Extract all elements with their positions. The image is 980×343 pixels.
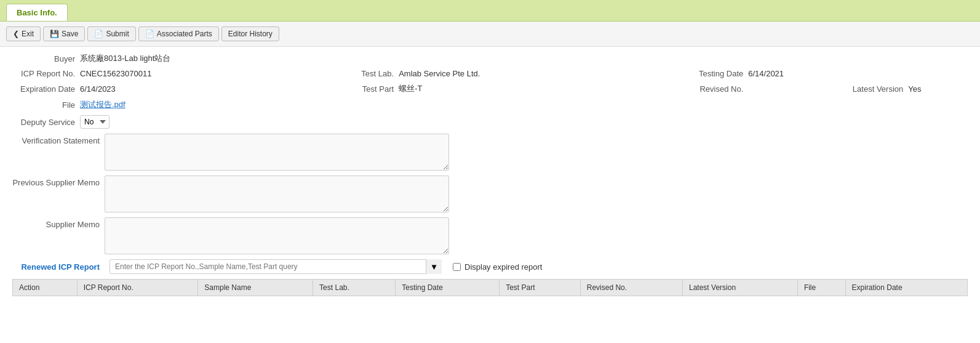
test-lab-label: Test Lab.	[349, 69, 399, 78]
file-link[interactable]: 测试报告.pdf	[80, 99, 125, 110]
tab-basic-info[interactable]: Basic Info.	[6, 4, 68, 21]
verification-statement-field: Verification Statement	[12, 134, 968, 171]
bottom-table: Action ICP Report No. Sample Name Test L…	[12, 279, 968, 296]
revised-no-field: Revised No. Latest Version Yes	[687, 83, 968, 94]
col-expiration-date: Expiration Date	[845, 280, 967, 296]
col-test-part: Test Part	[500, 280, 581, 296]
col-icp-report-no: ICP Report No.	[77, 280, 198, 296]
expiration-date-label: Expiration Date	[12, 84, 80, 94]
verification-statement-label: Verification Statement	[12, 134, 105, 145]
col-revised-no: Revised No.	[580, 280, 682, 296]
associated-parts-icon: 📄	[145, 30, 154, 38]
save-button[interactable]: 💾 Save	[43, 26, 85, 41]
icp-row: ICP Report No. CNEC15623070011 Test Lab.…	[12, 69, 968, 78]
deputy-service-field: Deputy Service No Yes	[12, 115, 968, 129]
col-sample-name: Sample Name	[198, 280, 313, 296]
testing-date-value: 6/14/2021	[748, 69, 784, 78]
buyer-value: 系统廠8013-Lab light站台	[80, 53, 170, 64]
display-expired-wrap: Display expired report	[453, 262, 542, 272]
expiration-date-field: Expiration Date 6/14/2023	[12, 83, 349, 94]
revised-no-label: Revised No.	[687, 84, 748, 94]
test-part-value: 螺丝-T	[399, 83, 422, 94]
col-action: Action	[13, 280, 78, 296]
verification-statement-textarea[interactable]	[105, 134, 449, 171]
deputy-service-row: Deputy Service No Yes	[12, 115, 968, 129]
supplier-memo-textarea[interactable]	[105, 217, 449, 254]
expiration-row: Expiration Date 6/14/2023 Test Part 螺丝-T…	[12, 83, 968, 94]
search-dropdown-button[interactable]: ▼	[426, 259, 442, 274]
col-file: File	[797, 280, 845, 296]
submit-button[interactable]: 📄 Submit	[87, 26, 135, 41]
expiration-date-value: 6/14/2023	[80, 84, 116, 94]
verification-statement-row: Verification Statement	[12, 134, 968, 171]
main-content: Buyer 系统廠8013-Lab light站台 ICP Report No.…	[0, 47, 980, 302]
exit-button[interactable]: ❮ Exit	[6, 26, 41, 41]
renewed-icp-report-label[interactable]: Renewed ICP Report	[12, 262, 105, 272]
buyer-row: Buyer 系统廠8013-Lab light站台	[12, 53, 968, 64]
file-label: File	[12, 100, 80, 110]
table-header-row: Action ICP Report No. Sample Name Test L…	[13, 280, 968, 296]
display-expired-checkbox[interactable]	[453, 263, 461, 271]
search-input-wrap: ▼	[110, 259, 442, 274]
buyer-label: Buyer	[12, 54, 80, 63]
col-test-lab: Test Lab.	[313, 280, 396, 296]
col-testing-date: Testing Date	[396, 280, 500, 296]
prev-supplier-memo-row: Previous Supplier Memo	[12, 176, 968, 212]
renewed-icp-report-row: Renewed ICP Report ▼ Display expired rep…	[12, 259, 968, 274]
icp-report-value: CNEC15623070011	[80, 69, 151, 78]
file-row: File 测试报告.pdf	[12, 99, 968, 110]
dropdown-arrow-icon: ▼	[430, 262, 438, 272]
save-icon: 💾	[50, 30, 59, 38]
exit-icon: ❮	[13, 30, 19, 38]
supplier-memo-label: Supplier Memo	[12, 217, 105, 229]
supplier-memo-field: Supplier Memo	[12, 217, 968, 254]
testing-date-field: Testing Date 6/14/2021	[687, 69, 968, 78]
prev-supplier-memo-field: Previous Supplier Memo	[12, 176, 968, 212]
icp-report-field: ICP Report No. CNEC15623070011	[12, 69, 349, 78]
associated-parts-button[interactable]: 📄 Associated Parts	[138, 26, 219, 41]
prev-supplier-memo-label: Previous Supplier Memo	[12, 176, 105, 187]
latest-version-label: Latest Version	[847, 84, 908, 94]
testing-date-label: Testing Date	[687, 69, 748, 78]
buyer-field: Buyer 系统廠8013-Lab light站台	[12, 53, 968, 64]
test-part-label: Test Part	[349, 84, 399, 94]
supplier-memo-row: Supplier Memo	[12, 217, 968, 254]
editor-history-button[interactable]: Editor History	[221, 26, 279, 41]
deputy-service-label: Deputy Service	[12, 118, 80, 127]
tab-bar: Basic Info.	[0, 0, 980, 22]
submit-icon: 📄	[94, 30, 103, 38]
toolbar: ❮ Exit 💾 Save 📄 Submit 📄 Associated Part…	[0, 22, 980, 47]
test-part-field: Test Part 螺丝-T	[349, 83, 687, 94]
col-latest-version: Latest Version	[683, 280, 798, 296]
test-lab-field: Test Lab. Amlab Service Pte Ltd.	[349, 69, 687, 78]
icp-report-label: ICP Report No.	[12, 69, 80, 78]
file-field: File 测试报告.pdf	[12, 99, 968, 110]
latest-version-value: Yes	[908, 84, 921, 94]
prev-supplier-memo-textarea[interactable]	[105, 176, 449, 212]
display-expired-label[interactable]: Display expired report	[464, 262, 542, 272]
deputy-service-select[interactable]: No Yes	[80, 115, 110, 129]
search-input[interactable]	[110, 259, 442, 274]
test-lab-value: Amlab Service Pte Ltd.	[399, 69, 480, 78]
